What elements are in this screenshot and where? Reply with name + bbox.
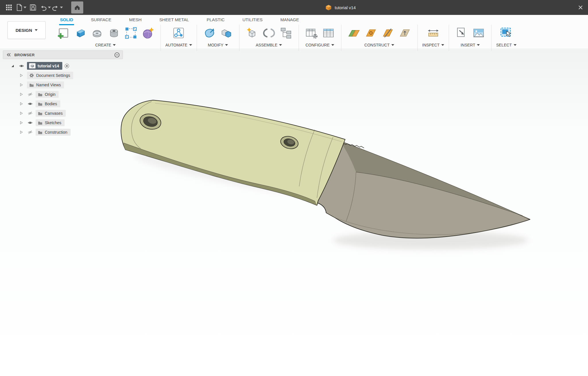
- redo-button[interactable]: [51, 1, 63, 13]
- revolve-button[interactable]: [89, 25, 105, 41]
- browser-item-pill[interactable]: Canvases: [36, 110, 66, 117]
- assemble-dropdown-label: ASSEMBLE: [256, 43, 277, 47]
- eye-icon[interactable]: [17, 64, 26, 68]
- pattern-icon: [124, 26, 138, 40]
- knife-blade[interactable]: [315, 141, 530, 238]
- create-form-button[interactable]: [140, 25, 156, 41]
- browser-row-root-component[interactable]: tutorial v14: [3, 61, 123, 71]
- create-sketch-button[interactable]: [55, 25, 71, 41]
- construct-plane-axis-button[interactable]: [380, 25, 396, 41]
- component-structure-button[interactable]: [278, 25, 294, 41]
- construct-offset-plane-button[interactable]: [397, 25, 413, 41]
- expand-toggle-icon[interactable]: [19, 102, 24, 106]
- inspect-dropdown[interactable]: INSPECT: [422, 43, 444, 47]
- expand-toggle-icon[interactable]: [19, 92, 24, 96]
- browser-row-sketches[interactable]: Sketches: [3, 118, 123, 127]
- save-button[interactable]: [27, 1, 39, 13]
- press-pull-icon: [203, 26, 216, 40]
- automate-button[interactable]: [171, 25, 187, 41]
- configure-dropdown[interactable]: CONFIGURE: [305, 43, 334, 47]
- measure-button[interactable]: [425, 25, 441, 41]
- create-dropdown[interactable]: CREATE: [95, 43, 116, 47]
- press-pull-button[interactable]: [202, 25, 218, 41]
- tab-mesh[interactable]: MESH: [128, 15, 142, 25]
- configuration-table-button[interactable]: [320, 25, 336, 41]
- eye-off-icon[interactable]: [26, 130, 34, 135]
- expand-toggle-icon[interactable]: [19, 73, 24, 77]
- configure-button[interactable]: [303, 25, 320, 41]
- expand-toggle-icon[interactable]: [19, 111, 24, 115]
- construct-midplane-button[interactable]: [346, 25, 362, 41]
- assemble-dropdown[interactable]: ASSEMBLE: [256, 43, 282, 47]
- expand-toggle-icon[interactable]: [19, 83, 24, 87]
- insert-canvas-button[interactable]: [471, 25, 487, 41]
- pattern-button[interactable]: [123, 25, 139, 41]
- eye-icon[interactable]: [26, 120, 34, 125]
- browser-item-label: Document Settings: [36, 73, 70, 78]
- undo-button[interactable]: [39, 1, 51, 13]
- workspace-switcher[interactable]: DESIGN: [7, 21, 46, 39]
- expand-toggle-icon[interactable]: [19, 121, 24, 125]
- hole-button[interactable]: [106, 25, 122, 41]
- insert-dropdown[interactable]: INSERT: [461, 43, 480, 47]
- form-icon: [141, 26, 154, 40]
- document-title-text: tutorial v14: [335, 5, 356, 10]
- combine-button[interactable]: [218, 25, 235, 41]
- joint-button[interactable]: [261, 25, 277, 41]
- tab-plastic[interactable]: PLASTIC: [206, 15, 226, 25]
- construct-plane-point-button[interactable]: [363, 25, 379, 41]
- toolbar-group-automate: AUTOMATE: [161, 25, 197, 47]
- browser-row-construction[interactable]: Construction: [3, 127, 123, 137]
- collapse-panel-icon[interactable]: [6, 52, 11, 57]
- toolbar-group-modify: MODIFY: [197, 25, 239, 47]
- eye-off-icon[interactable]: [26, 111, 34, 116]
- tab-utilities[interactable]: UTILITIES: [241, 15, 263, 25]
- browser-item-pill[interactable]: Named Views: [27, 81, 64, 88]
- configure-dropdown-label: CONFIGURE: [305, 43, 330, 47]
- browser-row-origin[interactable]: Origin: [3, 89, 123, 99]
- select-button[interactable]: [498, 25, 514, 41]
- close-button[interactable]: [574, 0, 587, 15]
- minimize-panel-icon[interactable]: [114, 52, 120, 58]
- browser-header[interactable]: BROWSER: [3, 50, 123, 59]
- modify-dropdown[interactable]: MODIFY: [208, 43, 228, 47]
- browser-item-pill[interactable]: Construction: [36, 129, 71, 136]
- toolbar-group-inspect: INSPECT: [418, 25, 449, 47]
- new-component-button[interactable]: [244, 25, 260, 41]
- browser-item-pill[interactable]: Document Settings: [27, 72, 73, 79]
- extrude-button[interactable]: [72, 25, 88, 41]
- automate-dropdown[interactable]: AUTOMATE: [165, 43, 192, 47]
- browser-row-bodies[interactable]: Bodies: [3, 99, 123, 108]
- expand-toggle-icon[interactable]: [19, 130, 24, 134]
- configuration-table-icon: [322, 26, 335, 40]
- construct-dropdown[interactable]: CONSTRUCT: [364, 43, 394, 47]
- app-grid-button[interactable]: [3, 1, 15, 13]
- tab-surface[interactable]: SURFACE: [90, 15, 112, 25]
- component-icon: [29, 63, 36, 69]
- revolve-icon: [90, 26, 104, 40]
- browser-tree: tutorial v14 Document Settings: [3, 61, 123, 137]
- browser-row-named-views[interactable]: Named Views: [3, 80, 123, 89]
- eye-icon[interactable]: [26, 102, 34, 106]
- root-component-pill[interactable]: tutorial v14: [27, 62, 62, 70]
- insert-derive-button[interactable]: [454, 25, 470, 41]
- folder-icon: [38, 111, 43, 116]
- tab-sheet-metal[interactable]: SHEET METAL: [158, 15, 190, 25]
- browser-item-pill[interactable]: Sketches: [36, 119, 65, 126]
- tab-solid[interactable]: SOLID: [59, 15, 74, 25]
- browser-item-pill[interactable]: Bodies: [36, 100, 60, 107]
- eye-off-icon[interactable]: [26, 92, 34, 97]
- activate-component-radio[interactable]: [64, 63, 69, 69]
- browser-row-canvases[interactable]: Canvases: [3, 108, 123, 118]
- toolbar-group-insert: INSERT: [449, 25, 491, 47]
- expand-toggle-icon[interactable]: [10, 64, 15, 68]
- select-dropdown[interactable]: SELECT: [496, 43, 516, 47]
- select-dropdown-label: SELECT: [496, 43, 512, 47]
- file-menu-button[interactable]: [15, 1, 27, 13]
- tab-manage[interactable]: MANAGE: [279, 15, 300, 25]
- chevron-down-icon: [514, 44, 517, 46]
- viewport-canvas[interactable]: BROWSER tutorial v14: [0, 49, 588, 376]
- home-view-button[interactable]: [71, 1, 83, 13]
- browser-row-document-settings[interactable]: Document Settings: [3, 71, 123, 80]
- browser-item-pill[interactable]: Origin: [36, 91, 59, 98]
